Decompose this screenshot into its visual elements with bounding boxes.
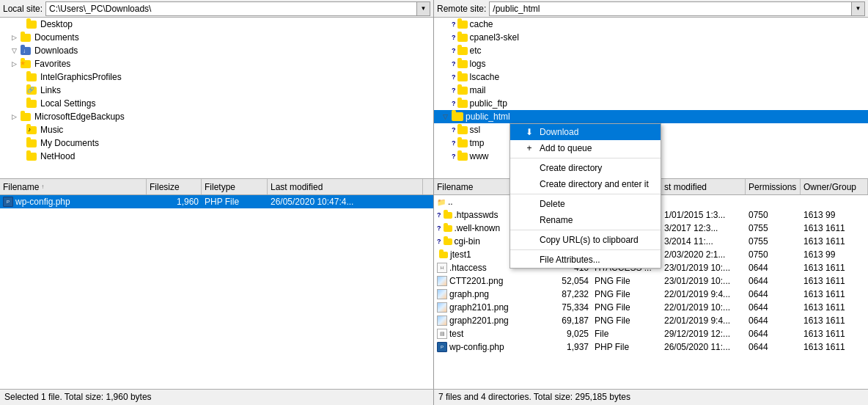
tree-item-etc[interactable]: ? etc	[434, 44, 868, 57]
expander-downloads: ▽	[9, 45, 19, 56]
tree-item-localsettings[interactable]: Local Settings	[0, 97, 433, 110]
local-site-dropdown[interactable]: ▼	[417, 1, 430, 16]
remote-perms-wellknown: 0755	[746, 223, 801, 233]
remote-file-row-graph2201[interactable]: graph2201.png 69,187 PNG File 22/01/2019…	[434, 314, 868, 327]
folder-icon-links: 🔗	[26, 85, 38, 95]
php-file-icon: P	[3, 197, 13, 207]
remote-col-filename-label: Filename	[437, 182, 473, 192]
tree-item-mydocs[interactable]: My Documents	[0, 136, 433, 150]
remote-perms-htaccess: 0644	[746, 263, 801, 273]
local-file-row-wpconfig[interactable]: P wp-config.php 1,960 PHP File 26/05/202…	[0, 195, 433, 208]
remote-type-ctt2201: PNG File	[592, 276, 661, 286]
remote-perms-jtest1: 0750	[746, 249, 801, 260]
expander-cpanel3skel	[440, 32, 450, 43]
question-icon-tmp: ?	[452, 139, 456, 147]
expander-tmp	[440, 138, 450, 148]
expander-links	[15, 85, 25, 95]
remote-file-row-test[interactable]: ▤ test 9,025 File 29/12/2019 12:... 0644…	[434, 327, 868, 340]
tree-item-music[interactable]: ♪ Music	[0, 123, 433, 136]
tree-item-documents[interactable]: ▷ Documents	[0, 31, 433, 44]
png-icon-graph2101	[437, 302, 447, 313]
tree-item-msedge[interactable]: ▷ MicrosoftEdgeBackups	[0, 110, 433, 123]
local-col-filename[interactable]: Filename ↑	[0, 179, 147, 194]
download-icon: ⬇	[522, 127, 537, 137]
queue-icon: +	[522, 143, 537, 153]
context-menu-item-createdir[interactable]: Create directory	[510, 160, 661, 176]
remote-owner-graph2201: 1613 1611	[801, 315, 868, 326]
remote-filename-graph2101: graph2101.png	[449, 302, 509, 313]
context-menu-item-addqueue[interactable]: + Add to queue	[510, 140, 661, 156]
remote-size-ctt2201: 52,054	[544, 276, 592, 286]
expander-intel	[15, 72, 25, 82]
folder-icon-intel	[26, 72, 38, 82]
remote-modified-test: 29/12/2019 12:...	[661, 329, 746, 339]
context-menu: ⬇ Download + Add to queue Create directo…	[510, 123, 661, 269]
remote-file-row-graph[interactable]: graph.png 87,232 PNG File 22/01/2019 9:4…	[434, 288, 868, 301]
htaccess-icon: H	[437, 263, 447, 273]
remote-owner-graph: 1613 1611	[801, 289, 868, 299]
context-menu-item-delete[interactable]: Delete	[510, 196, 661, 212]
remote-modified-graph2101: 22/01/2019 10:...	[661, 302, 746, 313]
tree-item-nethood[interactable]: NetHood	[0, 150, 433, 163]
local-site-path[interactable]	[45, 1, 417, 16]
local-col-filesize[interactable]: Filesize	[147, 179, 202, 194]
tree-label-intel: IntelGraphicsProfiles	[40, 72, 122, 82]
context-menu-item-download[interactable]: ⬇ Download	[510, 124, 661, 140]
tree-item-publichtml[interactable]: ▽ public_html	[434, 110, 868, 123]
remote-perms-test: 0644	[746, 329, 801, 339]
folder-icon-downloads: ↓	[21, 45, 32, 56]
remote-filename-graph: graph.png	[449, 289, 489, 299]
context-menu-item-fileattribs[interactable]: File Attributes...	[510, 252, 661, 268]
remote-type-test: File	[592, 329, 661, 339]
tree-label-logs: logs	[470, 59, 486, 69]
remote-file-row-ctt2201[interactable]: CTT2201.png 52,054 PNG File 23/01/2019 1…	[434, 274, 868, 288]
tree-item-desktop[interactable]: Desktop	[0, 18, 433, 31]
remote-modified-htpasswds: 1/01/2015 1:3...	[661, 210, 746, 220]
remote-file-row-graph2101[interactable]: graph2101.png 75,334 PNG File 22/01/2019…	[434, 301, 868, 314]
context-menu-item-copyurl[interactable]: Copy URL(s) to clipboard	[510, 232, 661, 248]
remote-site-dropdown[interactable]: ▼	[852, 1, 865, 16]
tree-item-links[interactable]: 🔗 Links	[0, 84, 433, 97]
expander-documents: ▷	[9, 32, 19, 43]
expander-nethood	[15, 151, 25, 161]
remote-file-row-wpconfig[interactable]: P wp-config.php 1,937 PHP File 26/05/202…	[434, 340, 868, 354]
context-menu-fileattribs-label: File Attributes...	[540, 255, 600, 265]
context-menu-item-createdirandenter[interactable]: Create directory and enter it	[510, 176, 661, 192]
local-col-filetype[interactable]: Filetype	[202, 179, 268, 194]
remote-filename-cgibin: cgi-bin	[455, 236, 480, 247]
local-sort-arrow: ↑	[41, 183, 44, 190]
tree-item-favorites[interactable]: ▷ ★ Favorites	[0, 57, 433, 70]
tree-item-logs[interactable]: ? logs	[434, 57, 868, 70]
tree-item-mail[interactable]: ? mail	[434, 84, 868, 97]
tree-item-intel[interactable]: IntelGraphicsProfiles	[0, 70, 433, 84]
tree-label-publichtml: public_html	[466, 112, 510, 122]
folder-wellknown	[444, 225, 452, 232]
remote-filename-ctt2201: CTT2201.png	[449, 276, 503, 286]
png-icon-graph2201	[437, 315, 447, 326]
remote-perms-graph2101: 0644	[746, 302, 801, 313]
folder-wellknown-q: ?	[437, 225, 441, 232]
tree-item-downloads[interactable]: ▽ ↓ Downloads	[0, 44, 433, 57]
remote-col-permissions[interactable]: Permissions	[746, 179, 801, 194]
up-dir-icon: 📁	[437, 198, 446, 206]
expander-desktop	[15, 19, 25, 29]
folder-icon-mydocs	[26, 138, 38, 148]
tree-item-cache[interactable]: ? cache	[434, 18, 868, 31]
folder-icon-nethood	[26, 151, 38, 161]
remote-modified-htaccess: 23/01/2019 10:...	[661, 263, 746, 273]
tree-item-publicftp[interactable]: ? public_ftp	[434, 97, 868, 110]
question-icon-etc: ?	[452, 47, 456, 54]
remote-col-ownergroup[interactable]: Owner/Group	[801, 179, 868, 194]
tree-label-localsettings: Local Settings	[40, 98, 95, 109]
remote-site-path[interactable]	[489, 1, 852, 16]
context-menu-separator-3	[510, 230, 661, 230]
context-menu-item-rename[interactable]: Rename	[510, 212, 661, 228]
tree-label-favorites: Favorites	[34, 59, 70, 69]
folder-icon-favorites: ★	[21, 59, 32, 69]
tree-item-lscache[interactable]: ? lscache	[434, 70, 868, 84]
tree-item-cpanel3skel[interactable]: ? cpanel3-skel	[434, 31, 868, 44]
remote-filename-jtest1: jtest1	[450, 249, 471, 260]
remote-col-modified[interactable]: st modified	[661, 179, 746, 194]
local-col-modified[interactable]: Last modified	[268, 179, 423, 194]
tree-label-music: Music	[40, 125, 63, 135]
